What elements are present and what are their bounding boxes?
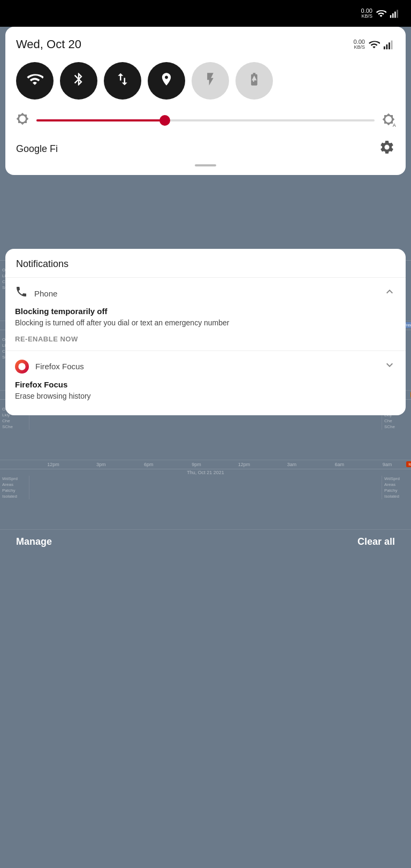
location-toggle-icon (159, 72, 174, 90)
time-label-r4-9am: 9am Ice (363, 462, 411, 467)
phone-notif-body: Blocking is turned off after you dial or… (15, 318, 396, 329)
notification-bottom-bar: Manage Clear all (0, 530, 411, 554)
row4-wdsprd: WdSprd (0, 476, 29, 482)
clear-all-button[interactable]: Clear all (357, 536, 395, 547)
row3-che: Che (0, 418, 29, 424)
status-bar: 0.00 KB/S (0, 0, 411, 27)
svg-rect-6 (389, 42, 390, 49)
qs-carrier-name: Google Fi (16, 143, 58, 155)
phone-app-name: Phone (34, 289, 57, 298)
settings-gear-icon[interactable] (379, 139, 395, 159)
brightness-row: A (16, 112, 395, 128)
phone-notification: Phone Blocking temporarily off Blocking … (5, 278, 406, 351)
svg-rect-1 (392, 13, 394, 18)
svg-rect-4 (384, 47, 385, 50)
brightness-fill (36, 119, 165, 121)
firefox-focus-app-name: Firefox Focus (35, 362, 84, 371)
data-toggle[interactable] (104, 62, 141, 100)
wifi-toggle-icon (26, 71, 43, 92)
battery-saver-toggle-icon (247, 72, 262, 90)
brightness-low-icon (16, 112, 29, 128)
row4-areas: Areas (0, 482, 29, 488)
brightness-slider[interactable] (36, 119, 375, 121)
qs-status-icons-right: 0.00 KB/S (354, 39, 395, 50)
row4-patchy: Patchy (0, 488, 29, 493)
firefox-app-left: Firefox Focus (15, 360, 84, 374)
row3-sche-r: SChe (382, 424, 411, 430)
qs-wifi-icon (368, 39, 380, 50)
firefox-focus-notification: Firefox Focus Firefox Focus Erase browsi… (5, 351, 406, 416)
phone-collapse-chevron[interactable] (383, 285, 396, 301)
row4-patchy-r: Patchy (382, 488, 411, 493)
phone-app-left: Phone (15, 285, 57, 301)
svg-rect-2 (394, 12, 396, 18)
status-icons: 0.00 KB/S (361, 7, 400, 19)
qs-toggles-row (16, 62, 395, 100)
drag-handle[interactable] (195, 164, 216, 166)
notifications-panel: Notifications Phone Blocking temporarily… (5, 249, 406, 415)
row3-che-r: Che (382, 418, 411, 424)
firefox-focus-app-icon (15, 360, 29, 374)
quick-settings-panel: Wed, Oct 20 0.00 KB/S (5, 27, 406, 175)
firefox-notif-body: Erase browsing history (15, 391, 396, 402)
time-label-r4-6am: 6am (316, 462, 363, 467)
qs-signal-icon (383, 39, 395, 50)
svg-rect-0 (390, 15, 392, 18)
bluetooth-toggle-icon (71, 72, 86, 90)
wifi-status-icon (376, 8, 386, 19)
row4-areas-r: Areas (382, 482, 411, 488)
time-label-r4-9pm: 9pm (172, 462, 220, 467)
row3-sche: SChe (0, 424, 29, 430)
phone-notif-title: Blocking temporarily off (15, 307, 396, 316)
ice-badge: Ice (406, 461, 411, 467)
brightness-auto-icon: A (382, 113, 395, 128)
flashlight-toggle[interactable] (192, 62, 229, 100)
phone-notification-content: Blocking temporarily off Blocking is tur… (5, 307, 406, 351)
location-toggle[interactable] (148, 62, 185, 100)
date-label-4: Thu, Oct 21 2021 (0, 469, 411, 476)
firefox-app-row: Firefox Focus (5, 351, 406, 380)
firefox-notification-content: Firefox Focus Erase browsing history (5, 380, 406, 416)
firefox-expand-chevron[interactable] (383, 359, 396, 375)
battery-saver-toggle[interactable] (235, 62, 273, 100)
signal-status-icon (390, 8, 400, 19)
manage-button[interactable]: Manage (16, 536, 52, 547)
row4-wdsprd-r: WdSprd (382, 476, 411, 482)
phone-notif-action[interactable]: RE-ENABLE NOW (15, 335, 396, 343)
phone-app-icon (15, 285, 28, 301)
time-label-r4-3am: 3am (268, 462, 316, 467)
bluetooth-toggle[interactable] (60, 62, 97, 100)
network-speed: 0.00 KB/S (361, 7, 372, 19)
time-label-r4-12am: 12pm (220, 462, 268, 467)
time-label-r4-12pm: 12pm (29, 462, 77, 467)
flashlight-toggle-icon (203, 72, 218, 90)
notifications-header: Notifications (5, 249, 406, 278)
svg-rect-3 (397, 10, 398, 18)
row4-isol: Isolated (0, 493, 29, 499)
auto-label: A (393, 123, 397, 128)
row4-isol-r: Isolated (382, 493, 411, 499)
time-label-r4-3pm: 3pm (77, 462, 125, 467)
svg-rect-7 (391, 41, 393, 50)
data-toggle-icon (115, 71, 131, 91)
qs-date: Wed, Oct 20 (16, 37, 81, 51)
qs-footer: Google Fi (16, 139, 395, 159)
wifi-toggle[interactable] (16, 62, 54, 100)
qs-kbs-display: 0.00 KB/S (354, 39, 365, 50)
qs-header: Wed, Oct 20 0.00 KB/S (16, 37, 395, 51)
svg-rect-5 (386, 44, 388, 49)
time-label-r4-6pm: 6pm (125, 462, 172, 467)
firefox-notif-title: Firefox Focus (15, 380, 396, 389)
brightness-thumb[interactable] (159, 115, 170, 126)
phone-app-row: Phone (5, 278, 406, 307)
